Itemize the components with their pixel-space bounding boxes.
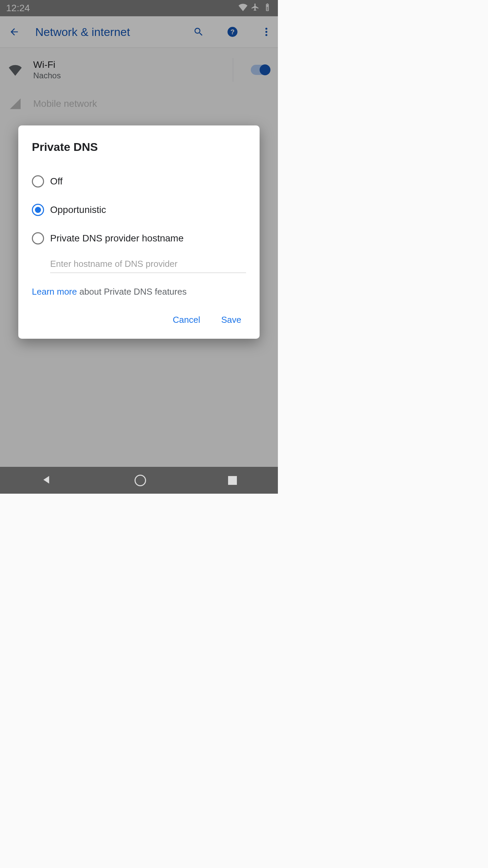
nav-back[interactable] bbox=[41, 474, 53, 487]
hostname-input[interactable] bbox=[50, 256, 246, 273]
save-button[interactable]: Save bbox=[219, 311, 244, 329]
radio-hostname-label: Private DNS provider hostname bbox=[50, 233, 184, 244]
circle-home-icon bbox=[135, 475, 146, 486]
triangle-back-icon bbox=[41, 474, 53, 486]
radio-hostname-control[interactable] bbox=[32, 232, 44, 244]
private-dns-dialog: Private DNS Off Opportunistic Private DN… bbox=[18, 125, 260, 339]
dialog-actions: Cancel Save bbox=[32, 311, 246, 329]
radio-off-control[interactable] bbox=[32, 175, 44, 188]
nav-home[interactable] bbox=[135, 475, 146, 486]
cancel-button[interactable]: Cancel bbox=[170, 311, 203, 329]
radio-off-label: Off bbox=[50, 176, 63, 187]
radio-opportunistic-label: Opportunistic bbox=[50, 204, 106, 215]
square-recent-icon bbox=[228, 476, 237, 485]
learn-more-text: Learn more about Private DNS features bbox=[32, 287, 246, 297]
nav-recent[interactable] bbox=[228, 476, 237, 485]
learn-more-rest: about Private DNS features bbox=[77, 287, 187, 297]
radio-hostname[interactable]: Private DNS provider hostname bbox=[32, 224, 246, 253]
radio-opportunistic-control[interactable] bbox=[32, 204, 44, 216]
nav-bar bbox=[0, 467, 278, 494]
radio-opportunistic[interactable]: Opportunistic bbox=[32, 196, 246, 224]
learn-more-link[interactable]: Learn more bbox=[32, 287, 77, 297]
radio-off[interactable]: Off bbox=[32, 167, 246, 196]
dialog-title: Private DNS bbox=[32, 140, 246, 154]
